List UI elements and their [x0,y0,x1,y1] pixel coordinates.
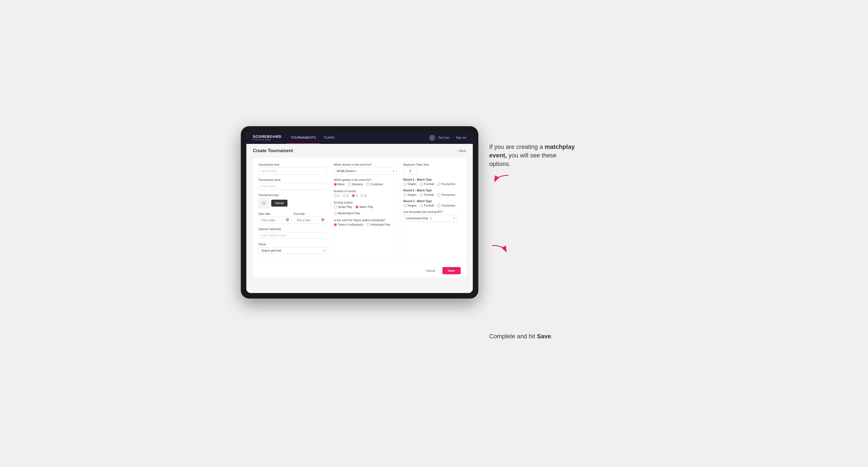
signout-link[interactable]: Sign out [456,136,466,139]
rounds-field: Number of rounds 1 2 [334,190,397,197]
round2-singles[interactable]: Singles [403,193,417,196]
save-button[interactable]: Save [442,267,461,274]
api-label: Use third-party live scoring API? [403,211,457,214]
division-field: Which division is the event for? NCAA Di… [334,163,397,175]
page-title: Create Tournament [253,148,293,153]
round2-section: Round 2 - Match Type Singles Fourball [403,189,457,196]
gender-womens[interactable]: Womens [348,183,363,186]
upload-button[interactable]: Upload [271,200,288,207]
start-date-field: Start date 📅 [258,212,291,224]
round3-foursomes[interactable]: Foursomes [437,204,455,207]
page-content: Create Tournament ‹ Back Tournament Host [246,144,473,293]
rounds-2-radio[interactable] [343,194,346,197]
nav-tournaments[interactable]: TOURNAMENTS [287,132,319,144]
nav-links: TOURNAMENTS TEAMS [287,132,339,144]
round1-fourball-radio[interactable] [420,183,423,186]
round2-foursomes[interactable]: Foursomes [437,193,455,196]
rounds-3-radio[interactable] [352,194,355,197]
scoring-label: Scoring system [334,201,397,204]
scoring-medal[interactable]: Medal Match Play [334,212,360,215]
brand-logo: SCOREBOARD Powered by clippit [253,135,282,141]
brand-powered: Powered by clippit [253,138,282,141]
sponsor-field: Sponsor (optional) [258,227,327,239]
round3-fourball[interactable]: Fourball [420,204,434,207]
round3-singles-radio[interactable] [403,204,406,207]
pink-arrow-bottom [489,243,512,254]
scoring-medal-radio[interactable] [334,212,337,215]
annotation-top: If you are creating a matchplay event, y… [489,143,578,168]
api-clear-icon[interactable]: ✕ [429,217,432,220]
individuals-only-radio[interactable] [367,223,370,226]
round1-foursomes-radio[interactable] [437,183,440,186]
rounds-3[interactable]: 3 [352,194,358,197]
page-header: Create Tournament ‹ Back [253,148,466,153]
round2-singles-radio[interactable] [403,193,406,196]
tournament-name-field: Tournament name [258,178,327,190]
form-footer: Cancel Save [253,263,466,278]
rounds-2[interactable]: 2 [343,194,348,197]
tournament-host-label: Tournament Host [258,163,327,166]
rounds-label: Number of rounds [334,190,397,193]
scoring-stroke-radio[interactable] [334,206,337,209]
individuals-only[interactable]: Individuals Only [367,223,390,226]
chevron-down-icon: ▾ [454,217,455,220]
scoring-match-radio[interactable] [355,206,359,209]
round1-foursomes[interactable]: Foursomes [437,183,455,186]
rounds-4-radio[interactable] [361,194,364,197]
tablet-screen: SCOREBOARD Powered by clippit TOURNAMENT… [246,132,473,293]
cancel-button[interactable]: Cancel [422,267,440,274]
gender-mens-radio[interactable] [334,183,337,186]
api-select[interactable]: Leaderboard King ✕ ▾ [403,215,457,222]
form-area: Tournament Host Tournament name Tourname… [253,158,466,278]
tournament-host-input[interactable] [258,168,327,175]
gender-label: Which gender is the event for? [334,178,397,181]
logo-area: 🖼 Upload [258,198,327,209]
nav-right: 👤 Test User | Sign out [429,135,466,141]
sponsor-input[interactable] [258,232,327,239]
gender-womens-radio[interactable] [348,183,351,186]
gender-combined-radio[interactable] [366,183,369,186]
brand-name: SCOREBOARD [253,135,282,138]
rounds-1-radio[interactable] [334,194,337,197]
venue-field: Venue Search golf club [258,243,327,254]
gender-combined[interactable]: Combined [366,183,383,186]
rounds-4[interactable]: 4 [361,194,367,197]
annotation-bottom: Complete and hit Save. [489,332,567,341]
round3-foursomes-radio[interactable] [437,204,440,207]
tournament-name-input[interactable] [258,183,327,190]
rounds-1[interactable]: 1 [334,194,340,197]
scoring-radio-group: Stroke Play Match Play Medal Match Play [334,206,397,215]
round2-foursomes-radio[interactable] [437,193,440,196]
team-individuals-field: Is this event for Teams and/or Individua… [334,219,397,226]
round3-fourball-radio[interactable] [420,204,423,207]
team-individuals-label: Is this event for Teams and/or Individua… [334,219,397,222]
calendar-icon: 📅 [285,218,289,222]
form-col-middle: Which division is the event for? NCAA Di… [330,163,400,258]
round1-fourball[interactable]: Fourball [420,183,434,186]
team-individuals-radio-group: Teams (+Individuals) Individuals Only [334,223,397,226]
round1-singles[interactable]: Singles [403,183,417,186]
max-team-size-input[interactable] [403,168,417,174]
round2-fourball[interactable]: Fourball [420,193,434,196]
back-button[interactable]: ‹ Back [457,149,466,152]
end-date-field: End date 📅 [294,212,327,224]
round1-title: Round 1 - Match Type [403,178,457,181]
tablet-frame: SCOREBOARD Powered by clippit TOURNAMENT… [241,126,478,299]
scoring-match[interactable]: Match Play [355,206,373,209]
division-select[interactable]: NCAA Division I NCAA Division II NCAA Di… [334,168,397,175]
round1-section: Round 1 - Match Type Singles Fourball [403,178,457,186]
round1-singles-radio[interactable] [403,183,406,186]
round2-fourball-radio[interactable] [420,193,423,196]
scoring-field: Scoring system Stroke Play Match Play [334,201,397,215]
venue-select[interactable]: Search golf club [258,247,327,254]
teams-plus-radio[interactable] [334,223,337,226]
venue-label: Venue [258,243,327,246]
teams-plus[interactable]: Teams (+Individuals) [334,223,364,226]
round3-singles[interactable]: Singles [403,204,417,207]
api-value: Leaderboard King [406,217,428,220]
nav-teams[interactable]: TEAMS [320,132,339,144]
tournament-name-label: Tournament name [258,178,327,181]
max-team-size-field: Maximum Team Size [403,163,457,174]
gender-mens[interactable]: Mens [334,183,345,186]
scoring-stroke[interactable]: Stroke Play [334,206,352,209]
